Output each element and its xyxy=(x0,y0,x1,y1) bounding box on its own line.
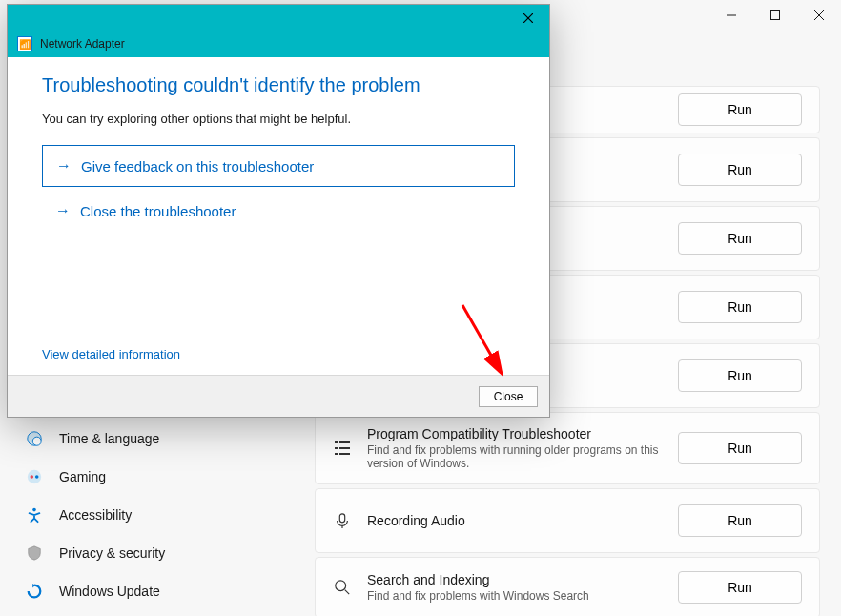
run-button[interactable]: Run xyxy=(678,432,802,464)
list-icon xyxy=(333,439,352,458)
sidebar-item-label: Time & language xyxy=(59,431,159,446)
svg-rect-9 xyxy=(339,453,350,455)
svg-rect-8 xyxy=(335,453,338,455)
dialog-footer: Close xyxy=(8,375,549,417)
svg-rect-6 xyxy=(335,447,338,449)
card-description: Find and fix problems with running older… xyxy=(367,443,663,470)
view-detailed-info-link[interactable]: View detailed information xyxy=(42,347,180,361)
sidebar-item-label: Gaming xyxy=(59,469,106,484)
option-label: Give feedback on this troubleshooter xyxy=(81,158,314,175)
svg-rect-4 xyxy=(335,441,338,443)
svg-point-15 xyxy=(32,437,41,445)
troubleshooter-card-recording: Recording Audio Run xyxy=(315,488,820,553)
close-troubleshooter-option[interactable]: → Close the troubleshooter xyxy=(42,191,515,231)
sidebar-item-time-language[interactable]: Time & language xyxy=(17,420,284,458)
run-button[interactable]: Run xyxy=(678,93,802,126)
sidebar-item-label: Windows Update xyxy=(59,584,160,599)
sidebar-item-accessibility[interactable]: Accessibility xyxy=(17,496,284,534)
clock-globe-icon xyxy=(25,429,44,448)
close-button[interactable]: Close xyxy=(479,386,538,407)
run-button[interactable]: Run xyxy=(678,571,802,604)
svg-rect-10 xyxy=(339,514,344,523)
card-title: Program Compatibility Troubleshooter xyxy=(367,426,663,441)
maximize-button[interactable] xyxy=(753,0,797,31)
card-description: Find and fix problems with Windows Searc… xyxy=(367,589,663,603)
dialog-close-icon[interactable] xyxy=(515,9,542,28)
arrow-right-icon: → xyxy=(56,157,72,175)
dialog-subtext: You can try exploring other options that… xyxy=(42,112,515,126)
troubleshooter-card-search: Search and Indexing Find and fix problem… xyxy=(315,557,820,616)
svg-point-19 xyxy=(32,508,36,512)
card-title: Search and Indexing xyxy=(367,572,663,587)
sidebar-item-gaming[interactable]: Gaming xyxy=(17,458,284,496)
microphone-icon xyxy=(333,511,352,530)
dialog-heading: Troubleshooting couldn't identify the pr… xyxy=(42,74,515,96)
settings-sidebar: Time & language Gaming Accessibility Pri… xyxy=(17,420,284,610)
run-button[interactable]: Run xyxy=(678,504,802,537)
shield-icon xyxy=(25,544,44,563)
troubleshooter-dialog: 📶 Network Adapter Troubleshooting couldn… xyxy=(7,4,550,418)
sidebar-item-label: Privacy & security xyxy=(59,545,165,561)
run-button[interactable]: Run xyxy=(678,222,802,255)
sidebar-item-privacy[interactable]: Privacy & security xyxy=(17,534,284,572)
svg-rect-7 xyxy=(339,447,350,449)
option-label: Close the troubleshooter xyxy=(80,203,236,219)
svg-rect-1 xyxy=(771,11,780,20)
close-button[interactable] xyxy=(797,0,841,31)
give-feedback-option[interactable]: → Give feedback on this troubleshooter xyxy=(42,145,515,187)
run-button[interactable]: Run xyxy=(678,154,802,186)
card-title: Recording Audio xyxy=(367,513,663,528)
arrow-right-icon: → xyxy=(55,202,71,219)
gaming-icon xyxy=(25,467,44,486)
network-adapter-icon: 📶 xyxy=(17,36,32,51)
accessibility-icon xyxy=(25,505,44,524)
search-icon xyxy=(333,578,352,597)
dialog-titlebar: 📶 Network Adapter xyxy=(8,5,549,57)
minimize-button[interactable] xyxy=(709,0,753,31)
run-button[interactable]: Run xyxy=(678,359,802,392)
svg-point-18 xyxy=(35,475,39,479)
svg-point-12 xyxy=(336,581,346,591)
troubleshooter-card-compat: Program Compatibility Troubleshooter Fin… xyxy=(315,412,820,484)
dialog-body: Troubleshooting couldn't identify the pr… xyxy=(8,57,549,375)
svg-point-17 xyxy=(31,475,34,479)
svg-rect-5 xyxy=(339,441,350,443)
window-controls xyxy=(709,0,841,31)
sidebar-item-label: Accessibility xyxy=(59,507,132,523)
update-icon xyxy=(25,582,44,601)
run-button[interactable]: Run xyxy=(678,291,802,323)
sidebar-item-update[interactable]: Windows Update xyxy=(17,572,284,610)
dialog-title: Network Adapter xyxy=(40,37,125,51)
svg-line-13 xyxy=(345,590,350,595)
svg-point-16 xyxy=(28,470,41,483)
